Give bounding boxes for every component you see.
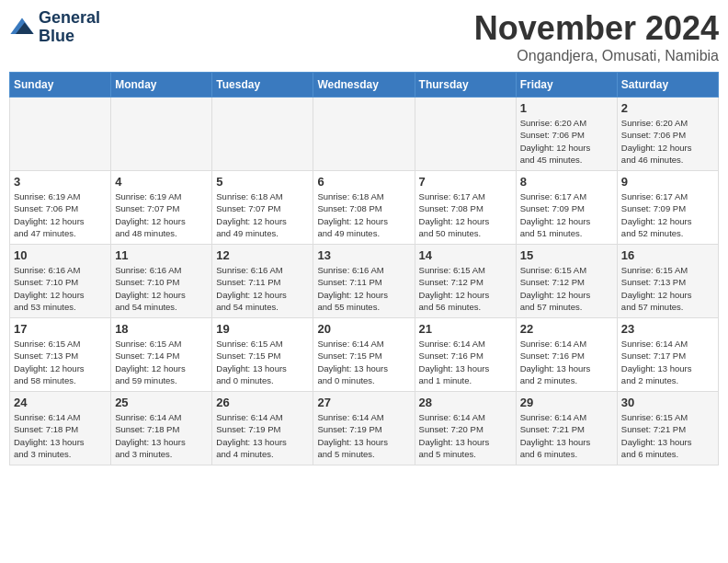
calendar-cell: 13Sunrise: 6:16 AMSunset: 7:11 PMDayligh… (313, 245, 415, 318)
day-info: Sunrise: 6:15 AMSunset: 7:12 PMDaylight:… (419, 264, 512, 313)
day-info: Sunrise: 6:16 AMSunset: 7:11 PMDaylight:… (317, 264, 410, 313)
day-info: Sunrise: 6:15 AMSunset: 7:13 PMDaylight:… (621, 264, 714, 313)
calendar-week-row: 3Sunrise: 6:19 AMSunset: 7:06 PMDaylight… (10, 171, 719, 245)
day-info: Sunrise: 6:17 AMSunset: 7:09 PMDaylight:… (520, 190, 613, 239)
day-number: 17 (14, 322, 107, 336)
calendar-cell: 5Sunrise: 6:18 AMSunset: 7:07 PMDaylight… (212, 171, 313, 245)
calendar-subtitle: Ongandjera, Omusati, Namibia (474, 48, 719, 64)
calendar-cell: 19Sunrise: 6:15 AMSunset: 7:15 PMDayligh… (212, 318, 313, 392)
weekday-header: Tuesday (212, 73, 313, 98)
calendar-cell: 2Sunrise: 6:20 AMSunset: 7:06 PMDaylight… (617, 98, 718, 171)
weekday-header: Saturday (617, 73, 718, 98)
day-info: Sunrise: 6:17 AMSunset: 7:08 PMDaylight:… (419, 190, 512, 239)
calendar-title: November 2024 (474, 9, 719, 48)
day-number: 27 (317, 396, 410, 409)
day-number: 26 (216, 396, 309, 409)
day-info: Sunrise: 6:18 AMSunset: 7:07 PMDaylight:… (216, 190, 309, 239)
calendar-cell (415, 98, 516, 171)
calendar-week-row: 10Sunrise: 6:16 AMSunset: 7:10 PMDayligh… (10, 245, 719, 318)
day-info: Sunrise: 6:14 AMSunset: 7:21 PMDaylight:… (520, 411, 613, 460)
day-info: Sunrise: 6:14 AMSunset: 7:16 PMDaylight:… (419, 338, 512, 386)
day-info: Sunrise: 6:15 AMSunset: 7:14 PMDaylight:… (115, 338, 208, 386)
calendar-cell: 20Sunrise: 6:14 AMSunset: 7:15 PMDayligh… (313, 318, 415, 392)
calendar-cell: 16Sunrise: 6:15 AMSunset: 7:13 PMDayligh… (617, 245, 718, 318)
logo-line2: Blue (39, 28, 100, 46)
day-info: Sunrise: 6:17 AMSunset: 7:09 PMDaylight:… (621, 190, 714, 239)
calendar-cell: 22Sunrise: 6:14 AMSunset: 7:16 PMDayligh… (516, 318, 617, 392)
calendar-cell: 21Sunrise: 6:14 AMSunset: 7:16 PMDayligh… (415, 318, 516, 392)
day-number: 5 (216, 175, 309, 189)
calendar-cell (111, 98, 212, 171)
day-number: 28 (419, 396, 512, 409)
day-info: Sunrise: 6:16 AMSunset: 7:11 PMDaylight:… (216, 264, 309, 313)
day-info: Sunrise: 6:14 AMSunset: 7:20 PMDaylight:… (419, 411, 512, 460)
day-number: 21 (419, 322, 512, 336)
logo-line1: General (39, 9, 100, 28)
day-info: Sunrise: 6:20 AMSunset: 7:06 PMDaylight:… (520, 117, 613, 166)
day-info: Sunrise: 6:19 AMSunset: 7:06 PMDaylight:… (14, 190, 107, 239)
day-info: Sunrise: 6:14 AMSunset: 7:19 PMDaylight:… (216, 411, 309, 460)
day-info: Sunrise: 6:16 AMSunset: 7:10 PMDaylight:… (14, 264, 107, 313)
day-number: 18 (115, 322, 208, 336)
day-info: Sunrise: 6:15 AMSunset: 7:21 PMDaylight:… (621, 411, 714, 460)
day-number: 4 (115, 175, 208, 189)
calendar-cell: 26Sunrise: 6:14 AMSunset: 7:19 PMDayligh… (212, 392, 313, 465)
day-number: 13 (317, 248, 410, 262)
day-info: Sunrise: 6:14 AMSunset: 7:15 PMDaylight:… (317, 338, 410, 386)
calendar-cell: 25Sunrise: 6:14 AMSunset: 7:18 PMDayligh… (111, 392, 212, 465)
day-info: Sunrise: 6:14 AMSunset: 7:18 PMDaylight:… (115, 411, 208, 460)
calendar-cell: 27Sunrise: 6:14 AMSunset: 7:19 PMDayligh… (313, 392, 415, 465)
calendar-cell: 15Sunrise: 6:15 AMSunset: 7:12 PMDayligh… (516, 245, 617, 318)
day-info: Sunrise: 6:20 AMSunset: 7:06 PMDaylight:… (621, 117, 714, 166)
calendar-cell: 10Sunrise: 6:16 AMSunset: 7:10 PMDayligh… (10, 245, 111, 318)
day-number: 10 (14, 248, 107, 262)
calendar-week-row: 17Sunrise: 6:15 AMSunset: 7:13 PMDayligh… (10, 318, 719, 392)
calendar-cell (10, 98, 111, 171)
day-number: 15 (520, 248, 613, 262)
day-info: Sunrise: 6:16 AMSunset: 7:10 PMDaylight:… (115, 264, 208, 313)
day-number: 8 (520, 175, 613, 189)
day-number: 7 (419, 175, 512, 189)
calendar-cell: 4Sunrise: 6:19 AMSunset: 7:07 PMDaylight… (111, 171, 212, 245)
weekday-header: Thursday (415, 73, 516, 98)
calendar-cell (313, 98, 415, 171)
calendar-cell: 30Sunrise: 6:15 AMSunset: 7:21 PMDayligh… (617, 392, 718, 465)
calendar-cell: 14Sunrise: 6:15 AMSunset: 7:12 PMDayligh… (415, 245, 516, 318)
calendar-cell: 24Sunrise: 6:14 AMSunset: 7:18 PMDayligh… (10, 392, 111, 465)
day-number: 19 (216, 322, 309, 336)
weekday-header-row: SundayMondayTuesdayWednesdayThursdayFrid… (10, 73, 719, 98)
day-number: 14 (419, 248, 512, 262)
calendar-cell: 11Sunrise: 6:16 AMSunset: 7:10 PMDayligh… (111, 245, 212, 318)
calendar-cell: 12Sunrise: 6:16 AMSunset: 7:11 PMDayligh… (212, 245, 313, 318)
page-header: General Blue November 2024 Ongandjera, O… (9, 9, 719, 64)
day-number: 6 (317, 175, 410, 189)
day-number: 20 (317, 322, 410, 336)
calendar-cell: 7Sunrise: 6:17 AMSunset: 7:08 PMDaylight… (415, 171, 516, 245)
day-info: Sunrise: 6:14 AMSunset: 7:19 PMDaylight:… (317, 411, 410, 460)
calendar-cell: 28Sunrise: 6:14 AMSunset: 7:20 PMDayligh… (415, 392, 516, 465)
day-info: Sunrise: 6:15 AMSunset: 7:15 PMDaylight:… (216, 338, 309, 386)
weekday-header: Sunday (10, 73, 111, 98)
calendar-cell (212, 98, 313, 171)
day-number: 22 (520, 322, 613, 336)
day-number: 24 (14, 396, 107, 409)
day-info: Sunrise: 6:14 AMSunset: 7:17 PMDaylight:… (621, 338, 714, 386)
calendar-cell: 17Sunrise: 6:15 AMSunset: 7:13 PMDayligh… (10, 318, 111, 392)
weekday-header: Monday (111, 73, 212, 98)
weekday-header: Wednesday (313, 73, 415, 98)
logo-icon (9, 15, 35, 40)
day-info: Sunrise: 6:15 AMSunset: 7:13 PMDaylight:… (14, 338, 107, 386)
calendar-cell: 23Sunrise: 6:14 AMSunset: 7:17 PMDayligh… (617, 318, 718, 392)
day-info: Sunrise: 6:14 AMSunset: 7:18 PMDaylight:… (14, 411, 107, 460)
day-number: 30 (621, 396, 714, 409)
calendar-cell: 8Sunrise: 6:17 AMSunset: 7:09 PMDaylight… (516, 171, 617, 245)
day-number: 9 (621, 175, 714, 189)
calendar-week-row: 1Sunrise: 6:20 AMSunset: 7:06 PMDaylight… (10, 98, 719, 171)
calendar-cell: 18Sunrise: 6:15 AMSunset: 7:14 PMDayligh… (111, 318, 212, 392)
day-number: 23 (621, 322, 714, 336)
day-number: 25 (115, 396, 208, 409)
calendar-table: SundayMondayTuesdayWednesdayThursdayFrid… (9, 72, 719, 465)
calendar-cell: 1Sunrise: 6:20 AMSunset: 7:06 PMDaylight… (516, 98, 617, 171)
title-block: November 2024 Ongandjera, Omusati, Namib… (474, 9, 719, 64)
day-number: 16 (621, 248, 714, 262)
